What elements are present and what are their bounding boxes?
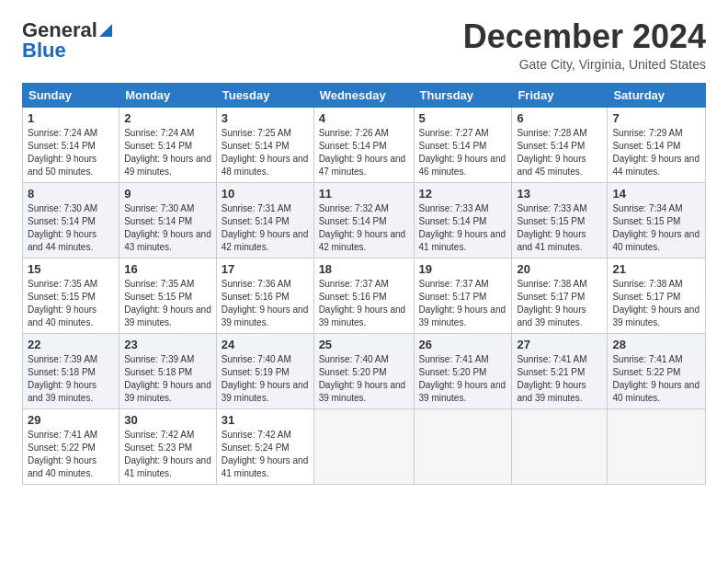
- col-monday: Monday: [119, 83, 217, 107]
- day-number: 16: [124, 262, 211, 276]
- day-info: Sunrise: 7:28 AM Sunset: 5:14 PM Dayligh…: [517, 127, 602, 178]
- day-info: Sunrise: 7:41 AM Sunset: 5:20 PM Dayligh…: [419, 353, 507, 405]
- day-info: Sunrise: 7:41 AM Sunset: 5:21 PM Dayligh…: [517, 353, 602, 405]
- day-info: Sunrise: 7:42 AM Sunset: 5:24 PM Dayligh…: [222, 429, 309, 480]
- day-info: Sunrise: 7:27 AM Sunset: 5:14 PM Dayligh…: [419, 127, 507, 178]
- day-number: 2: [124, 111, 211, 125]
- table-row: 31 Sunrise: 7:42 AM Sunset: 5:24 PM Dayl…: [216, 408, 313, 484]
- table-row: 16 Sunrise: 7:35 AM Sunset: 5:15 PM Dayl…: [119, 258, 217, 333]
- day-number: 29: [28, 413, 114, 427]
- day-info: Sunrise: 7:40 AM Sunset: 5:20 PM Dayligh…: [319, 353, 409, 405]
- day-number: 14: [612, 187, 700, 201]
- day-info: Sunrise: 7:31 AM Sunset: 5:14 PM Dayligh…: [222, 202, 309, 254]
- calendar-header-row: Sunday Monday Tuesday Wednesday Thursday…: [23, 83, 706, 107]
- table-row: 11 Sunrise: 7:32 AM Sunset: 5:14 PM Dayl…: [313, 182, 414, 258]
- day-info: Sunrise: 7:37 AM Sunset: 5:16 PM Dayligh…: [319, 278, 409, 329]
- table-row: [608, 408, 706, 484]
- day-number: 9: [124, 187, 211, 201]
- day-info: Sunrise: 7:33 AM Sunset: 5:15 PM Dayligh…: [517, 202, 602, 254]
- day-number: 18: [319, 262, 409, 276]
- logo: General Blue: [22, 18, 112, 63]
- table-row: 1 Sunrise: 7:24 AM Sunset: 5:14 PM Dayli…: [23, 107, 119, 182]
- table-row: 9 Sunrise: 7:30 AM Sunset: 5:14 PM Dayli…: [119, 182, 217, 258]
- day-info: Sunrise: 7:38 AM Sunset: 5:17 PM Dayligh…: [612, 278, 700, 329]
- day-info: Sunrise: 7:42 AM Sunset: 5:23 PM Dayligh…: [124, 429, 211, 480]
- day-number: 26: [419, 338, 507, 351]
- location: Gate City, Virginia, United States: [463, 57, 706, 72]
- day-number: 10: [222, 187, 309, 201]
- table-row: 7 Sunrise: 7:29 AM Sunset: 5:14 PM Dayli…: [608, 107, 706, 182]
- header: General Blue December 2024 Gate City, Vi…: [22, 18, 706, 72]
- day-number: 1: [28, 111, 114, 125]
- month-title: December 2024: [463, 18, 706, 55]
- table-row: 10 Sunrise: 7:31 AM Sunset: 5:14 PM Dayl…: [216, 182, 313, 258]
- day-info: Sunrise: 7:39 AM Sunset: 5:18 PM Dayligh…: [124, 353, 211, 405]
- table-row: 2 Sunrise: 7:24 AM Sunset: 5:14 PM Dayli…: [119, 107, 217, 182]
- day-number: 11: [319, 187, 409, 201]
- day-number: 6: [517, 111, 602, 125]
- logo-blue: Blue: [22, 39, 112, 63]
- col-wednesday: Wednesday: [313, 83, 414, 107]
- day-number: 13: [517, 187, 602, 201]
- table-row: 12 Sunrise: 7:33 AM Sunset: 5:14 PM Dayl…: [414, 182, 512, 258]
- table-row: 14 Sunrise: 7:34 AM Sunset: 5:15 PM Dayl…: [608, 182, 706, 258]
- day-info: Sunrise: 7:32 AM Sunset: 5:14 PM Dayligh…: [319, 202, 409, 254]
- day-number: 30: [124, 413, 211, 427]
- day-number: 3: [222, 111, 309, 125]
- day-info: Sunrise: 7:26 AM Sunset: 5:14 PM Dayligh…: [319, 127, 409, 178]
- day-number: 24: [222, 338, 309, 351]
- day-number: 28: [612, 338, 700, 351]
- table-row: 18 Sunrise: 7:37 AM Sunset: 5:16 PM Dayl…: [313, 258, 414, 333]
- day-info: Sunrise: 7:24 AM Sunset: 5:14 PM Dayligh…: [124, 127, 211, 178]
- table-row: 19 Sunrise: 7:37 AM Sunset: 5:17 PM Dayl…: [414, 258, 512, 333]
- day-number: 23: [124, 338, 211, 351]
- day-info: Sunrise: 7:30 AM Sunset: 5:14 PM Dayligh…: [124, 202, 211, 254]
- day-info: Sunrise: 7:38 AM Sunset: 5:17 PM Dayligh…: [517, 278, 602, 329]
- day-number: 21: [612, 262, 700, 276]
- day-info: Sunrise: 7:25 AM Sunset: 5:14 PM Dayligh…: [222, 127, 309, 178]
- day-number: 22: [28, 338, 114, 351]
- day-info: Sunrise: 7:40 AM Sunset: 5:19 PM Dayligh…: [222, 353, 309, 405]
- day-info: Sunrise: 7:24 AM Sunset: 5:14 PM Dayligh…: [28, 127, 114, 178]
- table-row: 24 Sunrise: 7:40 AM Sunset: 5:19 PM Dayl…: [216, 333, 313, 408]
- col-thursday: Thursday: [414, 83, 512, 107]
- day-info: Sunrise: 7:35 AM Sunset: 5:15 PM Dayligh…: [28, 278, 114, 329]
- calendar: Sunday Monday Tuesday Wednesday Thursday…: [22, 83, 706, 485]
- day-info: Sunrise: 7:33 AM Sunset: 5:14 PM Dayligh…: [419, 202, 507, 254]
- day-number: 19: [419, 262, 507, 276]
- col-saturday: Saturday: [608, 83, 706, 107]
- table-row: 5 Sunrise: 7:27 AM Sunset: 5:14 PM Dayli…: [414, 107, 512, 182]
- day-number: 27: [517, 338, 602, 351]
- table-row: 21 Sunrise: 7:38 AM Sunset: 5:17 PM Dayl…: [608, 258, 706, 333]
- table-row: 6 Sunrise: 7:28 AM Sunset: 5:14 PM Dayli…: [512, 107, 608, 182]
- day-number: 20: [517, 262, 602, 276]
- title-area: December 2024 Gate City, Virginia, Unite…: [463, 18, 706, 72]
- day-info: Sunrise: 7:30 AM Sunset: 5:14 PM Dayligh…: [28, 202, 114, 254]
- table-row: 25 Sunrise: 7:40 AM Sunset: 5:20 PM Dayl…: [313, 333, 414, 408]
- table-row: 4 Sunrise: 7:26 AM Sunset: 5:14 PM Dayli…: [313, 107, 414, 182]
- table-row: 26 Sunrise: 7:41 AM Sunset: 5:20 PM Dayl…: [414, 333, 512, 408]
- day-number: 15: [28, 262, 114, 276]
- logo-arrow-icon: [99, 24, 112, 37]
- day-info: Sunrise: 7:37 AM Sunset: 5:17 PM Dayligh…: [419, 278, 507, 329]
- day-info: Sunrise: 7:29 AM Sunset: 5:14 PM Dayligh…: [612, 127, 700, 178]
- day-info: Sunrise: 7:36 AM Sunset: 5:16 PM Dayligh…: [222, 278, 309, 329]
- table-row: 8 Sunrise: 7:30 AM Sunset: 5:14 PM Dayli…: [23, 182, 119, 258]
- col-tuesday: Tuesday: [216, 83, 313, 107]
- table-row: 22 Sunrise: 7:39 AM Sunset: 5:18 PM Dayl…: [23, 333, 119, 408]
- day-number: 4: [319, 111, 409, 125]
- day-info: Sunrise: 7:39 AM Sunset: 5:18 PM Dayligh…: [28, 353, 114, 405]
- day-info: Sunrise: 7:35 AM Sunset: 5:15 PM Dayligh…: [124, 278, 211, 329]
- page: General Blue December 2024 Gate City, Vi…: [0, 0, 728, 500]
- table-row: 15 Sunrise: 7:35 AM Sunset: 5:15 PM Dayl…: [23, 258, 119, 333]
- table-row: 17 Sunrise: 7:36 AM Sunset: 5:16 PM Dayl…: [216, 258, 313, 333]
- day-number: 31: [222, 413, 309, 427]
- table-row: 20 Sunrise: 7:38 AM Sunset: 5:17 PM Dayl…: [512, 258, 608, 333]
- day-number: 25: [319, 338, 409, 351]
- day-info: Sunrise: 7:41 AM Sunset: 5:22 PM Dayligh…: [612, 353, 700, 405]
- day-info: Sunrise: 7:34 AM Sunset: 5:15 PM Dayligh…: [612, 202, 700, 254]
- table-row: 29 Sunrise: 7:41 AM Sunset: 5:22 PM Dayl…: [23, 408, 119, 484]
- day-info: Sunrise: 7:41 AM Sunset: 5:22 PM Dayligh…: [28, 429, 114, 480]
- table-row: 28 Sunrise: 7:41 AM Sunset: 5:22 PM Dayl…: [608, 333, 706, 408]
- table-row: 27 Sunrise: 7:41 AM Sunset: 5:21 PM Dayl…: [512, 333, 608, 408]
